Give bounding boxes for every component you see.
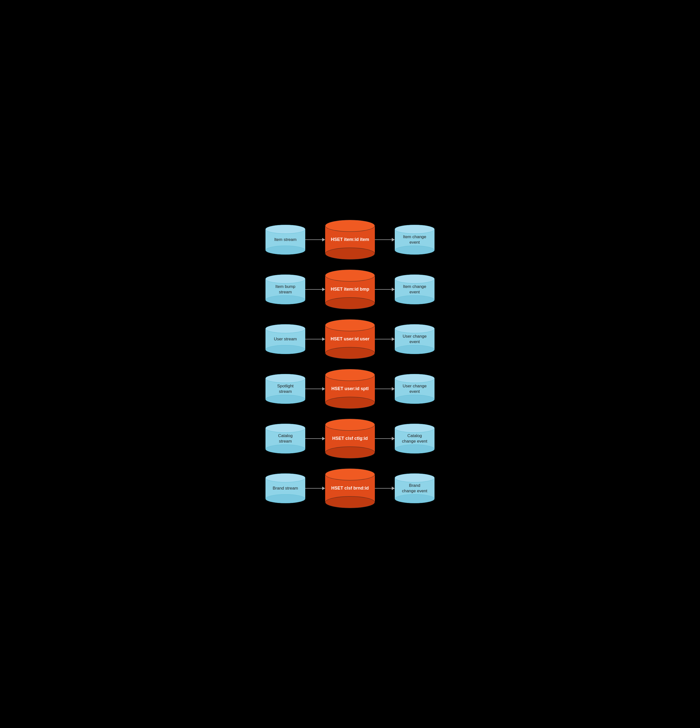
arrow-source-to-middle <box>305 337 325 341</box>
source-cylinder: Catalogstream <box>266 424 305 454</box>
source-cylinder: Item stream <box>266 225 305 254</box>
middle-cylinder: HSET clsf brnd:id <box>325 468 375 508</box>
middle-cylinder: HSET item:id item <box>325 220 375 260</box>
middle-label: HSET user:id sptl <box>329 386 371 391</box>
arrow-middle-to-target <box>375 337 395 341</box>
arrow-source-to-middle <box>305 487 325 490</box>
source-cylinder: Item bumpstream <box>266 274 305 304</box>
target-label: Item changeevent <box>401 234 428 245</box>
middle-cylinder: HSET user:id user <box>325 319 375 359</box>
source-cylinder: User stream <box>266 324 305 354</box>
source-label: Item stream <box>272 237 299 243</box>
source-label: Item bumpstream <box>273 284 297 295</box>
diagram-row: Brand stream HSET clsf brnd:id Brandchan… <box>266 468 434 508</box>
target-label: User changeevent <box>401 383 429 394</box>
diagram-row: Catalogstream HSET clsf ctlg:id Catalogc… <box>266 419 434 458</box>
diagram-row: Item bumpstream HSET item:id bmp Item ch… <box>266 270 434 309</box>
arrow-middle-to-target <box>375 387 395 391</box>
source-cylinder: Brand stream <box>266 474 305 503</box>
target-label: Catalogchange event <box>400 433 429 444</box>
target-cylinder: Brandchange event <box>395 474 434 503</box>
middle-label: HSET clsf ctlg:id <box>330 436 369 441</box>
arrow-source-to-middle <box>305 238 325 241</box>
arrow-source-to-middle <box>305 387 325 391</box>
source-label: Spotlightstream <box>275 383 296 394</box>
target-label: Brandchange event <box>400 483 429 494</box>
target-cylinder: Item changeevent <box>395 225 434 254</box>
target-label: User changeevent <box>401 334 429 345</box>
arrow-middle-to-target <box>375 487 395 490</box>
diagram-row: Item stream HSET item:id item Item chang… <box>266 220 434 260</box>
source-cylinder: Spotlightstream <box>266 374 305 404</box>
diagram: Item stream HSET item:id item Item chang… <box>245 205 455 523</box>
target-cylinder: User changeevent <box>395 374 434 404</box>
arrow-middle-to-target <box>375 287 395 291</box>
target-cylinder: User changeevent <box>395 324 434 354</box>
target-cylinder: Catalogchange event <box>395 424 434 454</box>
source-label: Catalogstream <box>276 433 295 444</box>
middle-label: HSET item:id item <box>329 237 371 243</box>
source-label: User stream <box>272 337 299 342</box>
middle-cylinder: HSET clsf ctlg:id <box>325 419 375 458</box>
middle-cylinder: HSET item:id bmp <box>325 270 375 309</box>
diagram-row: User stream HSET user:id user User chang… <box>266 319 434 359</box>
arrow-middle-to-target <box>375 238 395 241</box>
target-label: Item changeevent <box>401 284 428 295</box>
source-label: Brand stream <box>271 485 300 491</box>
arrow-middle-to-target <box>375 437 395 441</box>
target-cylinder: Item changeevent <box>395 274 434 304</box>
middle-cylinder: HSET user:id sptl <box>325 369 375 409</box>
middle-label: HSET item:id bmp <box>329 286 371 292</box>
arrow-source-to-middle <box>305 437 325 441</box>
middle-label: HSET clsf brnd:id <box>329 485 371 491</box>
arrow-source-to-middle <box>305 287 325 291</box>
diagram-row: Spotlightstream HSET user:id sptl User c… <box>266 369 434 409</box>
middle-label: HSET user:id user <box>329 336 371 342</box>
